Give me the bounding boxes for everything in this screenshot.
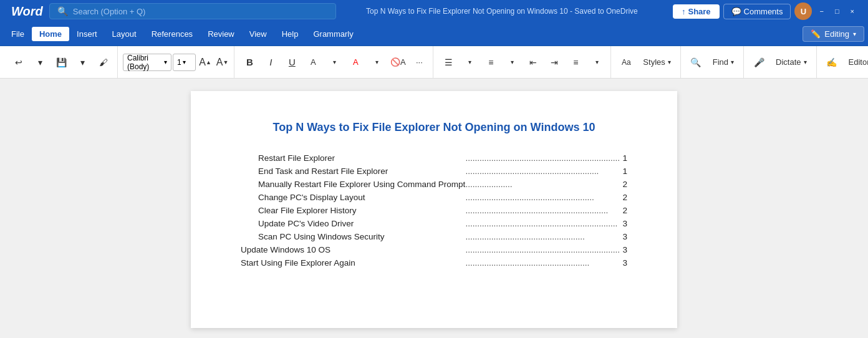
content-area: Top N Ways to Fix File Explorer Not Open…	[0, 79, 868, 338]
toc-page: 1	[620, 152, 627, 165]
chevron-icon: ▾	[183, 59, 186, 65]
bullet-list-button[interactable]: ☰	[438, 52, 458, 72]
toc-dots: ....................	[465, 178, 620, 191]
toc-dots: ........................................…	[465, 165, 620, 178]
document-title: Top N Ways to Fix File Explorer Not Open…	[336, 7, 668, 16]
document-title: Top N Ways to Fix File Explorer Not Open…	[241, 121, 627, 134]
close-button[interactable]: ×	[847, 6, 858, 16]
chevron-icon: ▾	[731, 59, 734, 65]
menu-references[interactable]: References	[144, 27, 200, 41]
table-row: Restart File Explorer ..................…	[241, 152, 627, 165]
save-dropdown[interactable]: ▾	[72, 52, 92, 72]
menu-home[interactable]: Home	[32, 27, 69, 41]
italic-button[interactable]: I	[261, 52, 281, 72]
editor-icon[interactable]: ✍	[822, 52, 842, 72]
search-icon: 🔍	[57, 6, 68, 16]
numbered-list-dropdown[interactable]: ▾	[502, 52, 522, 72]
table-row: Start Using File Explorer Again ........…	[241, 256, 627, 269]
search-box[interactable]: 🔍	[49, 3, 336, 19]
font-color-button[interactable]: A	[345, 52, 365, 72]
toc-label: Change PC's Display Layout	[241, 191, 465, 204]
undo-button[interactable]: ↩	[9, 52, 29, 72]
toc-label: Restart File Explorer	[241, 152, 465, 165]
comments-icon: 💬	[731, 7, 741, 16]
toc-page: 2	[620, 204, 627, 217]
toc-dots: ........................................…	[465, 191, 620, 204]
find-button[interactable]: Find ▾	[707, 52, 740, 72]
toc-label: End Task and Restart File Explorer	[241, 165, 465, 178]
chevron-icon: ▾	[668, 59, 671, 65]
save-button[interactable]: 💾	[51, 52, 71, 72]
menu-view[interactable]: View	[242, 27, 274, 41]
search-input[interactable]	[73, 7, 328, 16]
avatar[interactable]: U	[794, 2, 812, 20]
toc-label: Update PC's Video Driver	[241, 217, 465, 230]
toc-page: 2	[620, 178, 627, 191]
toc-dots: ........................................…	[465, 243, 620, 256]
editor-button[interactable]: Editor	[843, 52, 868, 72]
editing-group: 🔍 Find ▾	[682, 46, 744, 78]
toc-label: Clear File Explorer History	[241, 204, 465, 217]
more-options-button[interactable]: ···	[409, 52, 429, 72]
font-color-dropdown[interactable]: ▾	[367, 52, 387, 72]
table-of-contents: Restart File Explorer ..................…	[241, 152, 627, 269]
maximize-button[interactable]: □	[831, 6, 843, 16]
menu-grammarly[interactable]: Grammarly	[306, 27, 360, 41]
format-styles-button[interactable]: Aa	[616, 52, 636, 72]
underline-button[interactable]: U	[282, 52, 302, 72]
font-group: Calibri (Body) ▾ 1 ▾ A▲ A▼	[119, 46, 234, 78]
decrease-indent-button[interactable]: ⇤	[523, 52, 543, 72]
table-row: Manually Restart File Explorer Using Com…	[241, 178, 627, 191]
bullet-list-dropdown[interactable]: ▾	[460, 52, 480, 72]
highlight-dropdown[interactable]: ▾	[324, 52, 344, 72]
minimize-button[interactable]: −	[816, 6, 827, 16]
font-size-selector[interactable]: 1 ▾	[173, 54, 196, 71]
toc-page: 1	[620, 165, 627, 178]
styles-button[interactable]: Styles ▾	[637, 52, 676, 72]
chevron-down-icon: ▾	[853, 31, 856, 37]
toc-page: 3	[620, 217, 627, 230]
menu-review[interactable]: Review	[200, 27, 242, 41]
menu-insert[interactable]: Insert	[69, 27, 105, 41]
toc-dots: ........................................…	[465, 256, 620, 269]
font-size-increase-button[interactable]: A▲	[197, 52, 213, 72]
format-group: B I U A ▾ A ▾ 🚫A ···	[236, 46, 433, 78]
chevron-icon: ▾	[164, 59, 167, 65]
toc-label: Start Using File Explorer Again	[241, 256, 465, 269]
highlight-color-button[interactable]: A	[303, 52, 323, 72]
toc-label: Update Windows 10 OS	[241, 243, 465, 256]
comments-button[interactable]: 💬 Comments	[723, 4, 791, 19]
voice-group: 🎤 Dictate ▾	[745, 46, 816, 78]
word-icon: Word	[11, 4, 43, 19]
undo-group: ↩ ▾ 💾 ▾ 🖌	[5, 46, 118, 78]
toc-page: 3	[620, 230, 627, 243]
font-size-decrease-button[interactable]: A▼	[215, 52, 230, 72]
menu-help[interactable]: Help	[274, 27, 306, 41]
dictate-button[interactable]: Dictate ▾	[770, 52, 812, 72]
microphone-icon[interactable]: 🎤	[749, 52, 769, 72]
alignment-button[interactable]: ≡	[566, 52, 586, 72]
find-icon[interactable]: 🔍	[686, 52, 706, 72]
editing-button[interactable]: ✏️ Editing ▾	[803, 26, 864, 42]
menu-layout[interactable]: Layout	[105, 27, 144, 41]
table-row: Clear File Explorer History ............…	[241, 204, 627, 217]
toc-label: Manually Restart File Explorer Using Com…	[241, 178, 465, 191]
increase-indent-button[interactable]: ⇥	[544, 52, 564, 72]
bold-button[interactable]: B	[239, 52, 259, 72]
alignment-dropdown[interactable]: ▾	[587, 52, 607, 72]
numbered-list-button[interactable]: ≡	[481, 52, 501, 72]
toc-label: Scan PC Using Windows Security	[241, 230, 465, 243]
font-family-selector[interactable]: Calibri (Body) ▾	[123, 54, 171, 71]
toc-page: 2	[620, 191, 627, 204]
clear-format-button[interactable]: 🚫A	[388, 52, 408, 72]
ribbon: ↩ ▾ 💾 ▾ 🖌 Calibri (Body) ▾ 1 ▾ A▲ A▼ B I…	[0, 46, 868, 79]
share-icon: ↑	[682, 7, 686, 16]
share-button[interactable]: ↑ Share	[673, 4, 720, 19]
format-painter-button[interactable]: 🖌	[94, 52, 113, 72]
table-row: Scan PC Using Windows Security .........…	[241, 230, 627, 243]
title-bar-actions: ↑ Share 💬 Comments U − □ ×	[668, 2, 863, 20]
table-row: Change PC's Display Layout .............…	[241, 191, 627, 204]
undo-dropdown[interactable]: ▾	[30, 52, 50, 72]
menu-file[interactable]: File	[4, 27, 32, 41]
document-page: Top N Ways to Fix File Explorer Not Open…	[191, 91, 677, 328]
